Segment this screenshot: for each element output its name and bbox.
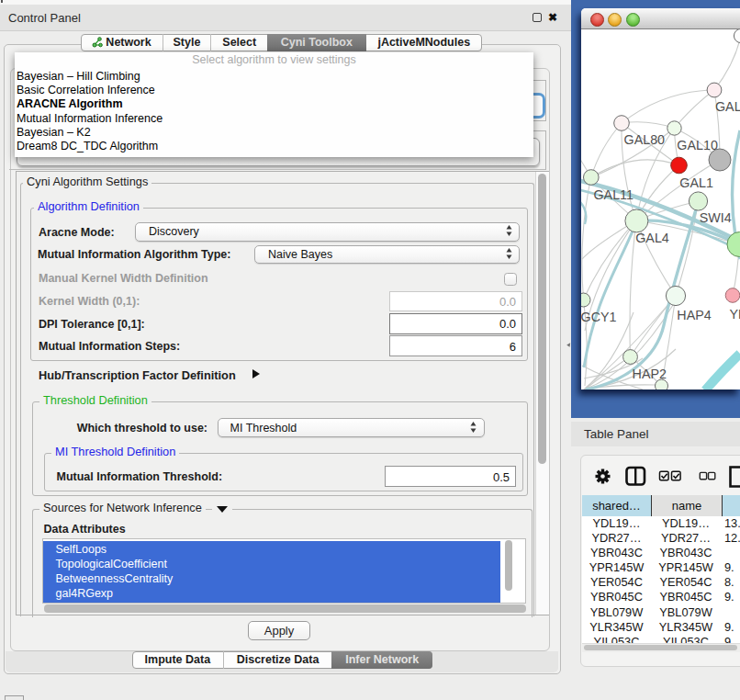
svg-text:GAL2: GAL2: [715, 99, 740, 114]
svg-text:GAL11: GAL11: [593, 187, 633, 202]
svg-text:GAL1: GAL1: [679, 175, 713, 190]
svg-text:GAL4: GAL4: [635, 231, 669, 245]
svg-text:GAL80: GAL80: [624, 132, 666, 147]
svg-text:HAP2: HAP2: [633, 367, 667, 381]
svg-text:SWI4: SWI4: [700, 210, 732, 225]
svg-text:HAP4: HAP4: [677, 308, 711, 322]
svg-text:YE: YE: [730, 307, 740, 322]
svg-text:GCY1: GCY1: [581, 310, 617, 324]
svg-text:GAL10: GAL10: [677, 138, 718, 152]
